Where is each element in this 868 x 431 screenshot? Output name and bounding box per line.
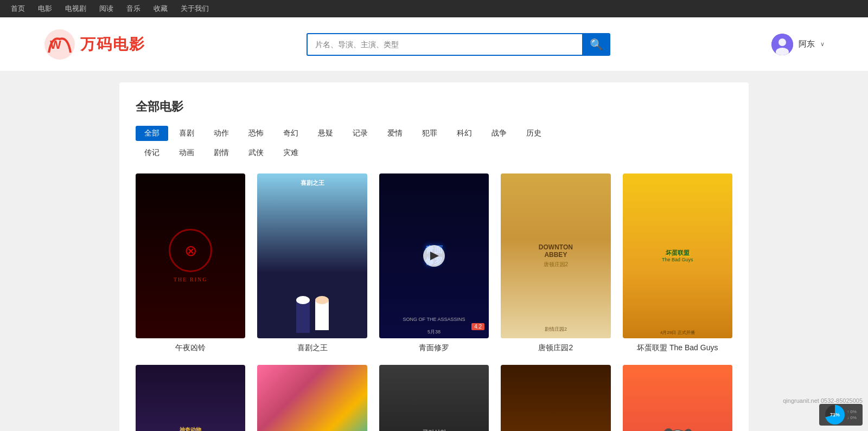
main-content: 全部电影 全部喜剧动作恐怖奇幻悬疑记录爱情犯罪科幻战争历史 传记动画剧情武侠灾难… (119, 82, 749, 431)
filter-tag-传记[interactable]: 传记 (136, 145, 168, 160)
movie-poster-9: WANNSEEKONFERENZ DIE (501, 365, 610, 431)
search-icon: 🔍 (590, 38, 603, 51)
movie-poster-1: ⊗ THE RING (136, 173, 245, 338)
avatar (771, 34, 793, 55)
filter-tag-记录[interactable]: 记录 (344, 126, 376, 141)
movie-card-2[interactable]: 喜剧之王 喜剧之王 (257, 173, 367, 353)
filter-tag-剧情[interactable]: 剧情 (205, 145, 238, 160)
svg-text:W: W (50, 38, 61, 52)
movie-card-3[interactable]: 青面修罗 SONG OF THE ASSASSINS 4.2 5月38 青面修罗 (379, 173, 489, 353)
filter-tag-悬疑[interactable]: 悬疑 (309, 126, 342, 141)
filter-tag-全部[interactable]: 全部 (136, 126, 168, 141)
filter-tag-武侠[interactable]: 武侠 (240, 145, 272, 160)
speed-circle: 71% (825, 405, 845, 424)
site-header: W 万码电影 🔍 阿东 ∨ (0, 17, 868, 72)
filter-tag-动作[interactable]: 动作 (205, 126, 238, 141)
nav-favorites[interactable]: 收藏 (154, 4, 168, 14)
filter-tag-恐怖[interactable]: 恐怖 (240, 126, 272, 141)
movie-poster-5: 坏蛋联盟 The Bad Guys 4月29日 正式开播 (623, 173, 732, 338)
watermark: qingruanit.net 0532-85025005 (783, 397, 863, 404)
logo-icon: W (43, 28, 76, 61)
search-input[interactable] (307, 33, 582, 56)
play-button-3[interactable] (423, 245, 445, 267)
filter-tag-喜剧[interactable]: 喜剧 (170, 126, 203, 141)
movie-poster-4: DOWNTONABBEY 唐顿庄园2 剧情庄园2 (501, 173, 610, 338)
filter-tag-奇幻[interactable]: 奇幻 (275, 126, 307, 141)
svg-point-3 (778, 38, 786, 46)
movie-poster-7: 瞬息全宇宙 EVERYTHINGEVERYWHEREALL AT ONCE (257, 365, 367, 431)
movie-poster-2: 喜剧之王 (257, 173, 367, 338)
nav-home[interactable]: 首页 (11, 4, 25, 14)
movie-card-10[interactable]: 🐼 青春变形记 Turning Red 青春变形记 Turning Red (623, 365, 732, 431)
movie-card-5[interactable]: 坏蛋联盟 The Bad Guys 4月29日 正式开播 坏蛋联盟 The Ba… (623, 173, 732, 353)
logo-area[interactable]: W 万码电影 (43, 28, 145, 61)
movie-grid: ⊗ THE RING 午夜凶铃 喜剧之王 喜剧之王 青面修罗 SONG OF T… (136, 173, 732, 431)
search-button[interactable]: 🔍 (582, 33, 610, 56)
filter-tag-战争[interactable]: 战争 (483, 126, 515, 141)
nav-music[interactable]: 音乐 (126, 4, 141, 14)
speed-widget: 71% ↑ 0% ↓ 0% (819, 404, 863, 426)
site-name: 万码电影 (80, 34, 145, 55)
movie-poster-10: 🐼 青春变形记 Turning Red (623, 365, 732, 431)
filter-tag-灾难[interactable]: 灾难 (275, 145, 307, 160)
movie-card-9[interactable]: WANNSEEKONFERENZ DIE 万湖会议 Die Wannseekon… (501, 365, 610, 431)
username: 阿东 (799, 39, 815, 49)
movie-card-4[interactable]: DOWNTONABBEY 唐顿庄园2 剧情庄园2 唐顿庄园2 (501, 173, 610, 353)
user-area[interactable]: 阿东 ∨ (771, 34, 825, 55)
filter-tag-爱情[interactable]: 爱情 (379, 126, 411, 141)
page-title: 全部电影 (136, 99, 732, 115)
filter-tag-犯罪[interactable]: 犯罪 (413, 126, 446, 141)
nav-movies[interactable]: 电影 (38, 4, 52, 14)
filter-row-1: 全部喜剧动作恐怖奇幻悬疑记录爱情犯罪科幻战争历史 (136, 126, 732, 141)
nav-tv[interactable]: 电视剧 (65, 4, 86, 14)
movie-card-6[interactable]: 神奇动物 邓布利多之谜 🦎 神奇动物：邓布利多之谜 (136, 365, 245, 431)
movie-title-5: 坏蛋联盟 The Bad Guys (623, 343, 732, 353)
nav-reading[interactable]: 阅读 (99, 4, 113, 14)
filter-row-2: 传记动画剧情武侠灾难 (136, 145, 732, 160)
filter-tag-动画[interactable]: 动画 (170, 145, 203, 160)
movie-title-3: 青面修罗 (379, 343, 489, 353)
movie-title-1: 午夜凶铃 (136, 343, 245, 353)
top-navigation: 首页 电影 电视剧 阅读 音乐 收藏 关于我们 (0, 0, 868, 17)
speed-bars: ↑ 0% ↓ 0% (847, 409, 857, 420)
movie-title-4: 唐顿庄园2 (501, 343, 610, 353)
movie-card-7[interactable]: 瞬息全宇宙 EVERYTHINGEVERYWHEREALL AT ONCE 瞬息… (257, 365, 367, 431)
movie-card-1[interactable]: ⊗ THE RING 午夜凶铃 (136, 173, 245, 353)
search-area: 🔍 (307, 33, 610, 56)
filter-tag-历史[interactable]: 历史 (518, 126, 550, 141)
nav-about[interactable]: 关于我们 (181, 4, 209, 14)
filter-tag-科幻[interactable]: 科幻 (448, 126, 481, 141)
movie-card-8[interactable]: 공기살인 空气杀人 ✈ 空气杀人 공기살인 (379, 365, 489, 431)
movie-poster-3: 青面修罗 SONG OF THE ASSASSINS 4.2 5月38 (379, 173, 489, 338)
movie-title-2: 喜剧之王 (257, 343, 367, 353)
user-chevron: ∨ (820, 41, 825, 48)
movie-poster-6: 神奇动物 邓布利多之谜 🦎 (136, 365, 245, 431)
movie-poster-8: 공기살인 空气杀人 ✈ (379, 365, 489, 431)
